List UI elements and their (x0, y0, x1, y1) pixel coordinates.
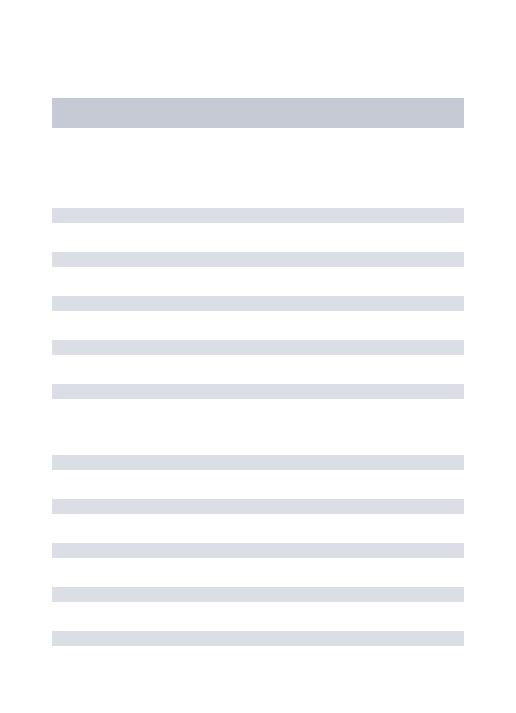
skeleton-line (52, 455, 464, 470)
skeleton-line (52, 252, 464, 267)
skeleton-line (52, 587, 464, 602)
skeleton-title-bar (52, 98, 464, 128)
skeleton-line (52, 631, 464, 646)
skeleton-line (52, 384, 464, 399)
skeleton-paragraph-block (52, 208, 464, 399)
skeleton-line (52, 499, 464, 514)
skeleton-paragraph-block (52, 455, 464, 646)
skeleton-line (52, 296, 464, 311)
skeleton-page (0, 0, 516, 646)
skeleton-line (52, 208, 464, 223)
skeleton-line (52, 543, 464, 558)
skeleton-line (52, 340, 464, 355)
